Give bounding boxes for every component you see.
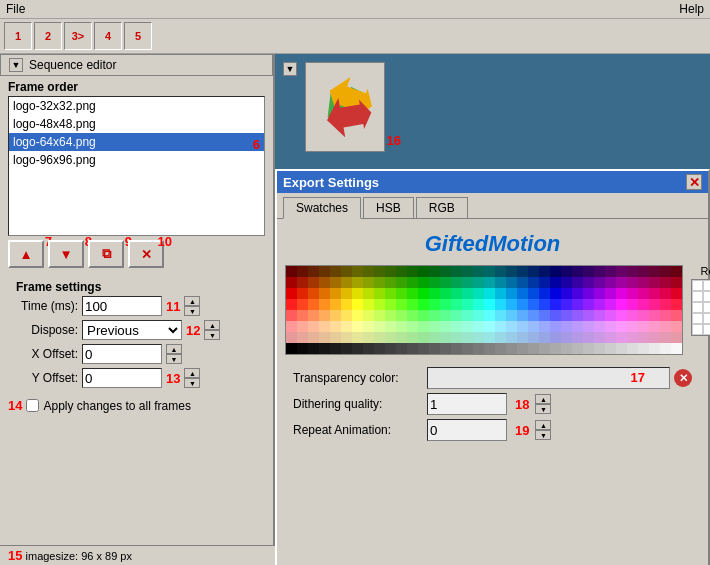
sequence-editor-collapse[interactable]: ▼ [9, 58, 23, 72]
apply-row: 14 Apply changes to all frames [0, 396, 273, 415]
repeat-spin-up[interactable]: ▲ [535, 420, 551, 430]
tab-rgb[interactable]: RGB [416, 197, 468, 218]
time-input[interactable] [82, 296, 162, 316]
xoffset-spin-up[interactable]: ▲ [166, 344, 182, 354]
recent-cell [703, 324, 710, 335]
dispose-label: Dispose: [8, 323, 78, 337]
move-up-button[interactable]: ▲ [8, 240, 44, 268]
preview-area: ▼ 16 [275, 54, 710, 174]
apply-all-label: Apply changes to all frames [43, 399, 190, 413]
main-layout: ▼ Sequence editor Frame order logo-32x32… [0, 54, 710, 565]
recent-cell [703, 280, 710, 291]
frame-order-label: Frame order [0, 76, 273, 96]
dialog-close-button[interactable]: ✕ [686, 174, 702, 190]
tab-hsb[interactable]: HSB [363, 197, 414, 218]
badge-15: 15 [8, 548, 22, 563]
recent-cell [692, 324, 703, 335]
move-down-button[interactable]: ▼ [48, 240, 84, 268]
transparency-row: Transparency color: 17 ✕ [293, 367, 692, 389]
repeat-label: Repeat Animation: [293, 423, 423, 437]
menubar: File Help [0, 0, 710, 19]
help-menu[interactable]: Help [679, 2, 704, 16]
badge-11: 11 [166, 299, 180, 314]
preview-container: 16 [305, 62, 385, 152]
recent-cell [692, 313, 703, 324]
dialog-titlebar: Export Settings ✕ [277, 171, 708, 193]
dialog-content: GiftedMotion Recent: Transparency color: [277, 219, 708, 457]
apply-all-checkbox[interactable] [26, 399, 39, 412]
yoffset-input[interactable] [82, 368, 162, 388]
dithering-input[interactable] [427, 393, 507, 415]
badge-14: 14 [8, 398, 22, 413]
dispose-row: Dispose: Previous None Background 12 ▲ ▼ [8, 320, 265, 340]
transparency-label: Transparency color: [293, 371, 423, 385]
xoffset-spin-down[interactable]: ▼ [166, 354, 182, 364]
recent-cell [692, 291, 703, 302]
dithering-spin-down[interactable]: ▼ [535, 404, 551, 414]
frame-item-1[interactable]: logo-48x48.png [9, 115, 264, 133]
yoffset-spin-down[interactable]: ▼ [184, 378, 200, 388]
toolbar-btn-5[interactable]: 5 [124, 22, 152, 50]
move-up-icon: ▲ [19, 247, 32, 262]
time-spin-down[interactable]: ▼ [184, 306, 200, 316]
time-spin-up[interactable]: ▲ [184, 296, 200, 306]
badge-16: 16 [387, 133, 401, 148]
dithering-row: Dithering quality: 18 ▲ ▼ [293, 393, 692, 415]
copy-frame-button[interactable]: ⧉ [88, 240, 124, 268]
time-spinner: ▲ ▼ [184, 296, 200, 316]
badge-17: 17 [631, 370, 645, 385]
statusbar-text: imagesize: 96 x 89 px [26, 550, 132, 562]
clear-transparency-button[interactable]: ✕ [674, 369, 692, 387]
yoffset-label: Y Offset: [8, 371, 78, 385]
file-menu[interactable]: File [6, 2, 25, 16]
repeat-spinner: ▲ ▼ [535, 420, 551, 440]
toolbar-btn-3[interactable]: 3> [64, 22, 92, 50]
tab-bar: Swatches HSB RGB [277, 193, 708, 219]
right-panel: ▼ 16 Export Settin [275, 54, 710, 565]
frame-settings-label: Frame settings [8, 276, 265, 296]
dispose-spin-up[interactable]: ▲ [204, 320, 220, 330]
frame-list[interactable]: logo-32x32.png logo-48x48.png logo-64x64… [8, 96, 265, 236]
toolbar-btn-4[interactable]: 4 [94, 22, 122, 50]
repeat-input[interactable] [427, 419, 507, 441]
toolbar-btn-1[interactable]: 1 [4, 22, 32, 50]
preview-collapse-btn[interactable]: ▼ [283, 62, 297, 76]
transparency-color-input[interactable]: 17 [427, 367, 670, 389]
frame-settings: Frame settings Time (ms): 11 ▲ ▼ Dispose… [0, 272, 273, 396]
frame-item-0[interactable]: logo-32x32.png [9, 97, 264, 115]
tab-swatches[interactable]: Swatches [283, 197, 361, 219]
dialog-title: Export Settings [283, 175, 379, 190]
badge-10: 10 [158, 234, 172, 249]
dithering-spin-up[interactable]: ▲ [535, 394, 551, 404]
delete-icon: ✕ [141, 247, 152, 262]
repeat-row: Repeat Animation: 19 ▲ ▼ [293, 419, 692, 441]
preview-image [315, 77, 375, 137]
dispose-select[interactable]: Previous None Background [82, 320, 182, 340]
recent-cell [703, 302, 710, 313]
sequence-editor-title: Sequence editor [29, 58, 116, 72]
dithering-spinner: ▲ ▼ [535, 394, 551, 414]
recent-cell [703, 291, 710, 302]
yoffset-spin-up[interactable]: ▲ [184, 368, 200, 378]
preview-box [305, 62, 385, 152]
repeat-spin-down[interactable]: ▼ [535, 430, 551, 440]
yoffset-row: Y Offset: 13 ▲ ▼ [8, 368, 265, 388]
dispose-spinner: ▲ ▼ [204, 320, 220, 340]
frame-item-3[interactable]: logo-96x96.png [9, 151, 264, 169]
toolbar: 1 2 3> 4 5 [0, 19, 710, 54]
badge-6: 6 [253, 137, 260, 152]
dispose-spin-down[interactable]: ▼ [204, 330, 220, 340]
left-panel: ▼ Sequence editor Frame order logo-32x32… [0, 54, 275, 565]
recent-grid [691, 279, 710, 336]
export-settings-dialog: Export Settings ✕ Swatches HSB RGB Gifte… [275, 169, 710, 565]
frame-controls: ▲ 7 ▼ 8 ⧉ 9 ✕ 10 [0, 236, 273, 272]
dithering-label: Dithering quality: [293, 397, 423, 411]
time-label: Time (ms): [8, 299, 78, 313]
xoffset-row: X Offset: ▲ ▼ [8, 344, 265, 364]
swatch-grid[interactable] [285, 265, 683, 355]
frame-item-2[interactable]: logo-64x64.png [9, 133, 264, 151]
toolbar-btn-2[interactable]: 2 [34, 22, 62, 50]
badge-13: 13 [166, 371, 180, 386]
recent-cell [692, 280, 703, 291]
xoffset-input[interactable] [82, 344, 162, 364]
